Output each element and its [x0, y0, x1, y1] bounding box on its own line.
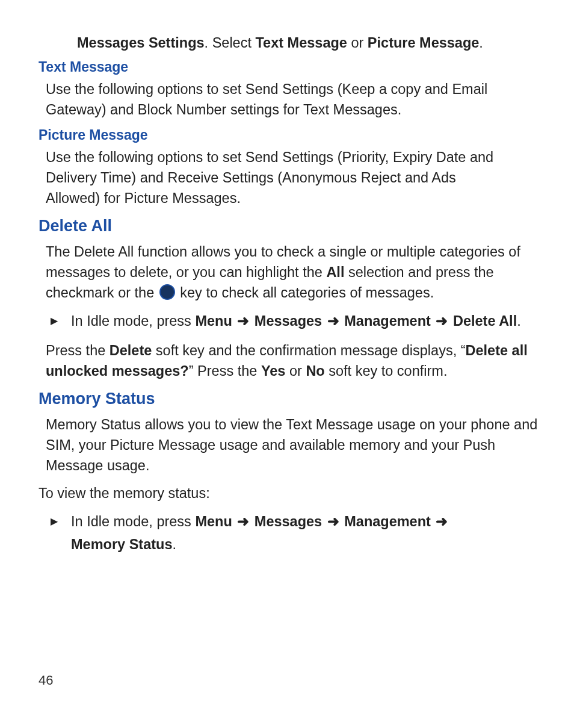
manual-page: Messages Settings. Select Text Message o… [0, 0, 574, 728]
arrow-icon: ➜ [237, 514, 249, 529]
center-key-icon [159, 284, 175, 300]
picture-message-label: Picture Message [368, 35, 479, 51]
memory-status-step-text: In Idle mode, press Menu ➜ Messages ➜ Ma… [71, 511, 449, 556]
period: . [517, 313, 521, 329]
top-or: or [347, 35, 368, 51]
play-icon: ▶ [51, 315, 58, 326]
messages-settings-label: Messages Settings [77, 35, 205, 51]
top-period: . Select [205, 35, 256, 51]
delete-all-p1: The Delete All function allows you to ch… [46, 241, 538, 303]
delete-all-p2: Press the Delete soft key and the confir… [46, 340, 538, 381]
memory-status-p1: Memory Status allows you to view the Tex… [46, 414, 538, 476]
play-icon: ▶ [51, 515, 58, 527]
top-end: . [479, 35, 483, 51]
management-label: Management [344, 514, 431, 529]
menu-label: Menu [195, 514, 232, 529]
delete-all-label: Delete All [453, 313, 517, 329]
menu-label: Menu [195, 313, 232, 329]
memory-status-p2: To view the memory status: [39, 483, 538, 503]
no-label: No [306, 363, 324, 379]
page-number: 46 [39, 673, 53, 688]
picture-message-body: Use the following options to set Send Se… [46, 147, 503, 208]
picture-message-heading: Picture Message [39, 127, 538, 143]
memory-status-heading: Memory Status [39, 390, 538, 408]
top-line: Messages Settings. Select Text Message o… [77, 34, 538, 53]
arrow-icon: ➜ [327, 514, 339, 529]
memory-status-step: ▶ In Idle mode, press Menu ➜ Messages ➜ … [51, 511, 538, 556]
or2: or [285, 363, 306, 379]
text-message-heading: Text Message [39, 59, 538, 75]
memory-status-label: Memory Status [71, 537, 172, 552]
p2a: Press the [46, 343, 110, 358]
delete-softkey: Delete [110, 343, 152, 358]
delete-all-p1c: key to check all categories of messages. [176, 285, 434, 300]
all-label: All [326, 264, 344, 280]
p2b: soft key and the confirmation message di… [152, 343, 465, 358]
text-message-body: Use the following options to set Send Se… [46, 79, 538, 120]
messages-label: Messages [255, 313, 322, 329]
arrow-icon: ➜ [327, 313, 339, 329]
arrow-icon: ➜ [436, 313, 448, 329]
yes-label: Yes [261, 363, 286, 379]
text-message-label: Text Message [256, 35, 347, 51]
period: . [172, 537, 176, 552]
delete-all-heading: Delete All [39, 217, 538, 235]
delete-all-step-text: In Idle mode, press Menu ➜ Messages ➜ Ma… [71, 310, 521, 333]
messages-label: Messages [255, 514, 322, 529]
p2c: ” Press the [189, 363, 261, 379]
arrow-icon: ➜ [237, 313, 249, 329]
management-label: Management [344, 313, 431, 329]
step-prefix: In Idle mode, press [71, 514, 195, 529]
arrow-icon: ➜ [436, 514, 448, 529]
step-prefix: In Idle mode, press [71, 313, 195, 329]
p2d: soft key to confirm. [325, 363, 448, 379]
delete-all-step: ▶ In Idle mode, press Menu ➜ Messages ➜ … [51, 310, 538, 333]
